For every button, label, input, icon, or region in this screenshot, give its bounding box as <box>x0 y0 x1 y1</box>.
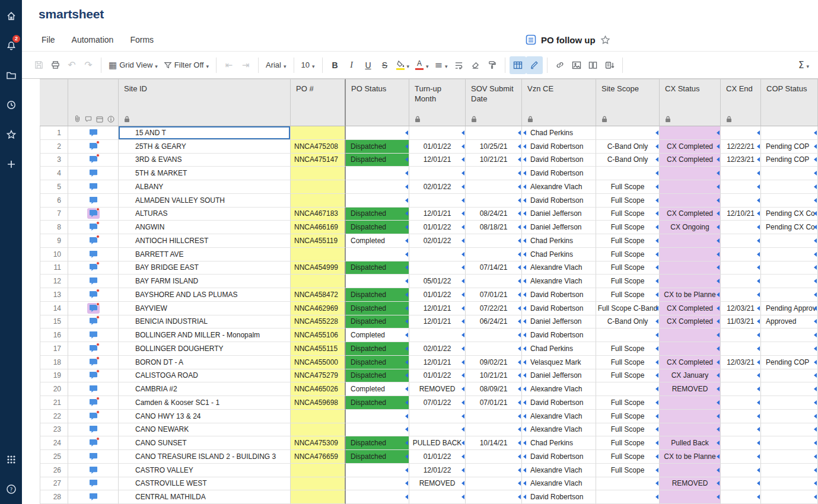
cell-cx_status[interactable] <box>660 248 721 261</box>
cell-cx_end[interactable] <box>721 234 761 248</box>
cell-po_status[interactable]: Completed <box>346 382 409 396</box>
cell-po_status[interactable]: Dispatched <box>346 396 409 410</box>
home-button[interactable] <box>0 1 22 31</box>
undo-button[interactable] <box>63 56 80 74</box>
cell-cop_status[interactable] <box>761 423 818 437</box>
row-number[interactable]: 1 <box>40 126 68 140</box>
cell-sov_date[interactable]: 08/24/21 <box>466 208 522 221</box>
cell-sov_date[interactable]: 10/21/21 <box>466 154 522 167</box>
cell-cx_end[interactable] <box>721 436 761 450</box>
cell-po_status[interactable] <box>346 167 409 180</box>
cell-site[interactable]: CASTROVILLE WEST <box>119 477 291 491</box>
cell-site[interactable]: BOLLINGER DOUGHERTY <box>119 342 291 356</box>
cell-po_status[interactable]: Dispatched <box>346 436 409 450</box>
cell-turn_up[interactable]: REMOVED <box>409 477 466 491</box>
cell-sov_date[interactable]: 10/25/21 <box>466 140 522 154</box>
cell-turn_up[interactable]: 12/01/21 <box>409 302 466 315</box>
comment-icon[interactable] <box>87 384 100 394</box>
cell-po_number[interactable]: NNCA455228 <box>291 315 346 329</box>
cell-cop_status[interactable] <box>761 180 818 194</box>
apps-button[interactable] <box>0 445 22 474</box>
cell-sov_date[interactable] <box>466 180 522 194</box>
layout-button[interactable] <box>585 56 601 74</box>
cell-vzn_ce[interactable]: Daniel Jefferson <box>522 208 596 221</box>
menu-forms[interactable]: Forms <box>130 35 154 44</box>
cell-site[interactable]: BENICIA INDUSTRIAL <box>119 315 291 329</box>
cell-cx_status[interactable] <box>660 396 721 410</box>
comment-icon[interactable] <box>87 424 100 435</box>
cell-cop_status[interactable] <box>761 248 818 261</box>
cell-cop_status[interactable]: Pending COP <box>761 140 818 154</box>
column-header-cx_status[interactable]: CX Status <box>660 79 721 126</box>
cell-site[interactable]: BORON DT - A <box>119 356 291 369</box>
cell-cop_status[interactable] <box>761 396 818 410</box>
cell-site[interactable]: ANTIOCH HILLCREST <box>119 234 291 248</box>
cell-cx_status[interactable]: Pulled Back <box>660 436 721 450</box>
cell-site_scope[interactable]: Full Scope <box>596 261 660 275</box>
comment-icon[interactable] <box>87 276 100 286</box>
save-button[interactable] <box>30 56 47 74</box>
cell-cx_end[interactable] <box>721 410 761 423</box>
cell-vzn_ce[interactable]: David Robertson <box>522 490 596 504</box>
comment-icon[interactable] <box>87 438 100 448</box>
cell-vzn_ce[interactable]: Chad Perkins <box>522 126 596 140</box>
comment-icon[interactable] <box>87 357 100 368</box>
cell-sov_date[interactable]: 06/24/21 <box>466 315 522 329</box>
cell-po_number[interactable]: NNCA455000 <box>291 356 346 369</box>
cell-po_status[interactable]: Dispatched <box>346 221 409 234</box>
cell-po_number[interactable]: NNCA466169 <box>291 221 346 234</box>
row-number[interactable]: 11 <box>40 261 68 275</box>
column-header-site[interactable]: Site ID <box>119 79 291 126</box>
cell-po_status[interactable]: Dispatched <box>346 154 409 167</box>
image-button[interactable] <box>568 56 585 74</box>
cell-po_number[interactable]: NNCA455119 <box>291 234 346 248</box>
cell-cop_status[interactable] <box>761 436 818 450</box>
cell-site_scope[interactable]: Full Scope <box>596 450 660 464</box>
cell-cop_status[interactable]: Pending Approv <box>761 302 818 315</box>
format-painter-button[interactable] <box>484 56 501 74</box>
cell-po_number[interactable]: NNCA475147 <box>291 154 346 167</box>
comment-icon[interactable] <box>87 478 100 489</box>
cell-site[interactable]: BOLLINGER AND MILLER - Monopalm <box>119 328 291 342</box>
font-size-selector[interactable]: 10 <box>298 56 318 74</box>
cell-site[interactable]: BAY FARM ISLAND <box>119 275 291 288</box>
cell-po_number[interactable] <box>291 248 346 261</box>
cell-cop_status[interactable]: Approved <box>761 315 818 329</box>
column-header-po_status[interactable]: PO Status <box>346 79 409 126</box>
cell-cx_status[interactable] <box>660 464 721 477</box>
cell-turn_up[interactable]: 12/01/21 <box>409 315 466 329</box>
column-header-site_scope[interactable]: Site Scope <box>596 79 660 126</box>
cell-turn_up[interactable]: 07/01/22 <box>409 396 466 410</box>
cell-po_status[interactable]: Dispatched <box>346 356 409 369</box>
row-number[interactable]: 8 <box>40 221 68 234</box>
cell-site[interactable]: 25TH & GEARY <box>119 140 291 154</box>
cell-cx_end[interactable]: 12/03/21 <box>721 302 761 315</box>
cell-po_status[interactable] <box>346 126 409 140</box>
comment-icon[interactable] <box>87 343 100 354</box>
cell-site_scope[interactable] <box>596 490 660 504</box>
cell-turn_up[interactable] <box>409 248 466 261</box>
cell-site[interactable]: 5TH & MARKET <box>119 167 291 180</box>
cell-sov_date[interactable] <box>466 464 522 477</box>
cell-site[interactable]: CENTRAL MATHILDA <box>119 490 291 504</box>
cell-cx_status[interactable] <box>660 194 721 208</box>
cell-po_number[interactable]: NNCA465026 <box>291 382 346 396</box>
cell-turn_up[interactable]: 02/01/22 <box>409 234 466 248</box>
formula-button[interactable] <box>795 56 812 74</box>
cell-sov_date[interactable] <box>466 342 522 356</box>
cell-cx_status[interactable]: CX Completed <box>660 315 721 329</box>
cell-cop_status[interactable] <box>761 410 818 423</box>
cell-vzn_ce[interactable]: David Robertson <box>522 450 596 464</box>
cell-turn_up[interactable]: 12/01/21 <box>409 356 466 369</box>
cell-vzn_ce[interactable]: Chad Perkins <box>522 248 596 261</box>
cell-vzn_ce[interactable]: Chad Perkins <box>522 234 596 248</box>
fill-color-button[interactable] <box>393 56 413 74</box>
cell-po_status[interactable]: Completed <box>346 234 409 248</box>
cell-turn_up[interactable] <box>409 261 466 275</box>
column-header-turn_up[interactable]: Turn-up Month <box>409 79 466 126</box>
cell-po_status[interactable] <box>346 477 409 491</box>
cell-cop_status[interactable]: Pending CX Co <box>761 208 818 221</box>
cell-sov_date[interactable] <box>466 328 522 342</box>
cell-cx_end[interactable]: 12/03/21 <box>721 356 761 369</box>
row-number[interactable]: 27 <box>40 477 68 491</box>
